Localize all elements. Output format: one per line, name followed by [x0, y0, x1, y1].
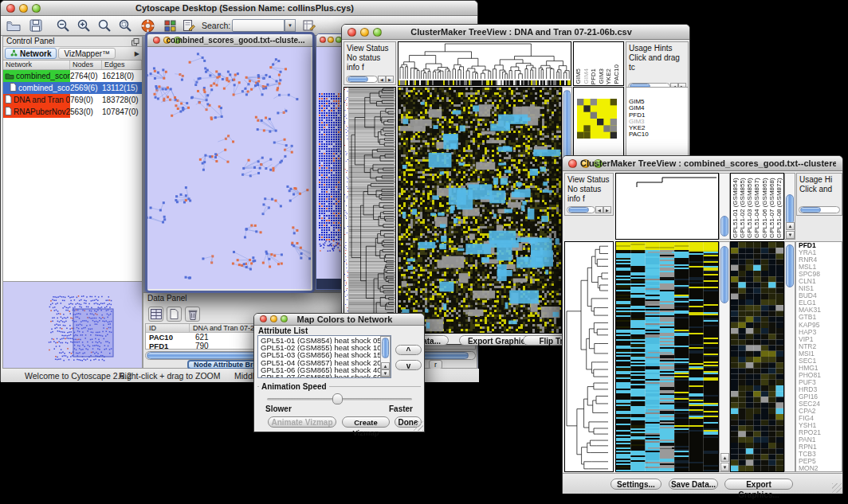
attribute-list-item[interactable]: GPL51-01 (GSM854) heat shock 05 min [261, 337, 391, 344]
gene-label[interactable]: HMG1 [799, 365, 842, 372]
gene-label[interactable]: MSL1 [799, 264, 842, 271]
attribute-list-item[interactable]: GPL51-02 (GSM855) heat shock 10 min [261, 344, 391, 351]
attribute-listbox[interactable]: GPL51-01 (GSM854) heat shock 05 minGPL51… [257, 335, 391, 378]
tv2-button-settings-[interactable]: Settings... [610, 479, 662, 490]
tv2-scrollbar-b-top[interactable]: ▲ ▼ [784, 173, 795, 240]
gene-label[interactable]: YRA1 [799, 249, 842, 256]
gene-label[interactable]: TCB3 [799, 451, 842, 458]
attribute-select-icon[interactable] [148, 307, 163, 322]
col-network[interactable]: Network [3, 61, 70, 69]
close-button[interactable] [153, 37, 160, 44]
tab-network[interactable]: Network [5, 48, 57, 59]
tab-vizmapper[interactable]: VizMapper™ [58, 48, 116, 59]
search-dropdown-icon[interactable]: ▼ [285, 19, 296, 32]
tv1-column-dendrogram[interactable] [398, 41, 571, 86]
gene-label[interactable]: RNR4 [799, 256, 842, 264]
attribute-list-item[interactable]: GPL51-04 (GSM857) heat shock 20 min [261, 359, 391, 366]
col-id[interactable]: ID [146, 324, 190, 332]
close-button[interactable] [347, 28, 356, 37]
create-vizmap-button[interactable]: Create Vizmap [342, 416, 390, 428]
network-row[interactable]: RNAPuberNov2+563(0)107847(0) [3, 106, 142, 118]
float-panel-icon[interactable] [132, 38, 139, 48]
tab-scroll-right-icon[interactable]: ▶ [135, 50, 139, 57]
main-titlebar[interactable]: Cytoscape Desktop (Session Name: collins… [1, 1, 477, 16]
gene-label[interactable]: MAK31 [799, 307, 842, 314]
delete-attribute-icon[interactable] [185, 307, 200, 322]
dense-network-canvas[interactable] [316, 47, 344, 279]
save-icon[interactable] [27, 18, 45, 33]
move-down-button[interactable]: v [395, 360, 422, 370]
tv2-button-save-data-[interactable]: Save Data... [669, 479, 718, 490]
gene-label[interactable]: SEC24 [799, 400, 842, 408]
gene-label[interactable]: HRD3 [799, 386, 842, 393]
gene-label[interactable]: PUF3 [799, 379, 842, 386]
treeview2-titlebar[interactable]: ClusterMaker TreeView : combined_scores_… [563, 156, 842, 171]
tv2-zoom-heatmap[interactable] [730, 241, 784, 472]
zoom-fit-icon[interactable] [96, 18, 113, 33]
col-edges[interactable]: Edges [102, 61, 142, 69]
minimize-button[interactable] [328, 37, 334, 43]
gene-label[interactable]: PFD1 [799, 242, 842, 249]
col-nodes[interactable]: Nodes [70, 61, 102, 69]
attribute-list-item[interactable]: GPL51-07 (GSM868) heat shock 60 min [261, 373, 391, 378]
gene-label[interactable]: RPO21 [799, 429, 842, 436]
gene-label[interactable]: HAP3 [799, 329, 842, 336]
tv2-genelist-vscrollbar[interactable] [784, 241, 795, 472]
gene-label[interactable]: MSI1 [799, 350, 842, 357]
view-status-scrollbar[interactable]: ◀▶ [346, 75, 394, 83]
open-file-icon[interactable] [5, 18, 22, 33]
tv1-row-dendrogram[interactable] [344, 87, 396, 334]
tv2-scrollbar-a-top[interactable] [719, 173, 730, 240]
gene-label[interactable]: NIS1 [799, 285, 842, 292]
network-frame-titlebar[interactable]: combined_scores_good.txt--cluste... [147, 34, 312, 47]
gene-label[interactable]: FIG4 [799, 415, 842, 422]
gene-label[interactable]: PAN1 [799, 436, 842, 443]
zoom-selected-icon[interactable] [116, 18, 134, 33]
close-button[interactable] [568, 159, 577, 168]
treeview1-titlebar[interactable]: ClusterMaker TreeView : DNA and Tran 07-… [342, 25, 689, 40]
gene-label[interactable]: BUD4 [799, 292, 842, 299]
gene-label[interactable]: KAP95 [799, 322, 842, 329]
tv2-heatmap[interactable] [615, 241, 719, 472]
tv2-column-dendrogram[interactable] [615, 173, 719, 240]
close-button[interactable] [260, 315, 267, 322]
gene-label[interactable]: CLN1 [799, 278, 842, 285]
speed-slider-thumb[interactable] [332, 393, 343, 404]
help-lifering-icon[interactable] [139, 18, 156, 33]
tv1-heatmap[interactable] [398, 87, 562, 334]
network-view-canvas[interactable] [147, 47, 311, 289]
gene-label[interactable]: YSH1 [799, 422, 842, 429]
close-button[interactable] [6, 4, 15, 13]
new-attribute-icon[interactable] [167, 307, 182, 322]
background-frame-titlebar[interactable] [316, 34, 344, 47]
gene-label[interactable]: SEC1 [799, 357, 842, 365]
gene-label[interactable]: CPA2 [799, 408, 842, 415]
gene-label[interactable]: GTB1 [799, 314, 842, 321]
gene-label[interactable]: ELG1 [799, 299, 842, 307]
animate-vizmap-button[interactable]: Animate Vizmap [268, 416, 336, 428]
tv1-summary-matrix[interactable] [577, 99, 617, 139]
network-overview-panel[interactable] [3, 281, 142, 368]
dialog-titlebar[interactable]: Map Colors to Network [254, 314, 424, 326]
move-up-button[interactable]: ^ [395, 345, 422, 355]
network-row[interactable]: combined_sco2569(6)13112(15) [3, 82, 142, 94]
vizmapper-grid-icon[interactable] [161, 18, 179, 33]
gene-label[interactable]: MON2 [799, 465, 842, 472]
network-row[interactable]: combined_scores2764(0)16218(0) [3, 70, 142, 82]
usage-hints-scrollbar[interactable] [799, 205, 840, 213]
zoom-out-icon[interactable] [54, 18, 72, 33]
close-button[interactable] [320, 37, 326, 43]
gene-label[interactable]: PEP5 [799, 458, 842, 465]
tv2-button-export-graphics-[interactable]: Export Graphics... [724, 479, 793, 490]
gene-label[interactable]: RPN1 [799, 443, 842, 451]
network-row[interactable]: DNA and Tran 07769(0)183728(0) [3, 94, 142, 106]
view-status-scrollbar[interactable]: ◀▶ [567, 205, 611, 213]
search-input[interactable] [232, 19, 285, 32]
resize-grip[interactable] [414, 421, 423, 431]
gene-label[interactable]: PHO81 [799, 372, 842, 379]
attribute-list-item[interactable]: GPL51-06 (GSM865) heat shock 40 min [261, 366, 391, 373]
gene-label[interactable]: NTR2 [799, 343, 842, 350]
resize-grip[interactable] [832, 483, 842, 493]
attribute-editor-icon[interactable] [300, 18, 318, 33]
gene-label[interactable]: VIP1 [799, 336, 842, 343]
